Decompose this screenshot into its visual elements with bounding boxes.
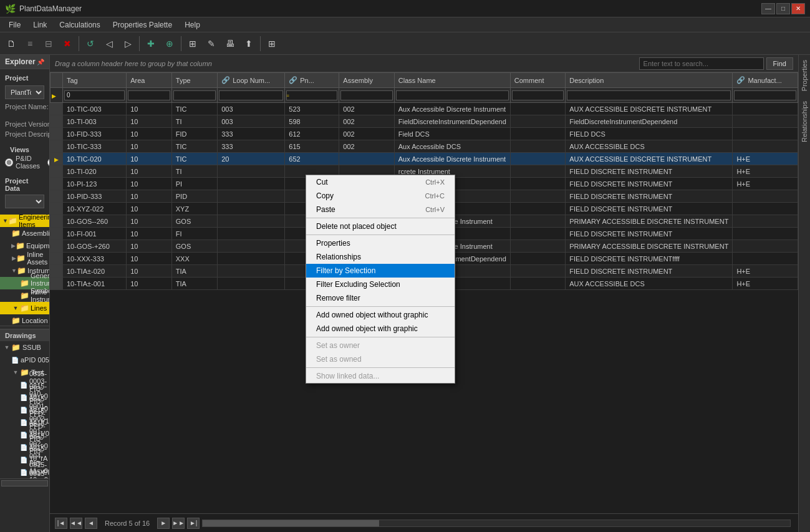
toolbar-close[interactable]: ✖	[59, 35, 76, 52]
cm-relationships[interactable]: Relationships	[306, 250, 455, 264]
cm-filter-by-selection[interactable]: Filter by Selection	[306, 264, 455, 278]
tree-item-inline-instruments[interactable]: 📁 Inline Instruments	[0, 289, 49, 302]
maximize-button[interactable]: □	[776, 3, 790, 14]
tree-item-general-instrument-symbols[interactable]: 📁 General Instrument Symbols	[0, 277, 49, 289]
table-row[interactable]: 10-TIC-003 10 TIC 003 523 002 Aux Access…	[51, 103, 798, 115]
col-header-manufact[interactable]: 🔗 Manufact...	[733, 73, 798, 88]
relationships-tab[interactable]: Relationships	[799, 96, 810, 147]
filter-description[interactable]	[566, 88, 733, 103]
filter-loop-input[interactable]	[219, 90, 283, 100]
toolbar-more[interactable]: ⊞	[263, 35, 281, 52]
toolbar-plus[interactable]: ⊕	[161, 35, 178, 52]
file-icon-d7: 📄	[20, 457, 27, 463]
tree-item-apid005[interactable]: 📄 aPID 005	[0, 354, 49, 366]
tree-item-inline-assets[interactable]: 📁 Inline Assets	[0, 252, 49, 264]
cm-cut[interactable]: Cut Ctrl+X	[306, 175, 455, 189]
tree-item-assemblies[interactable]: 📁 Assemblies	[0, 227, 49, 239]
filter-manufact-input[interactable]	[734, 90, 796, 100]
search-input[interactable]	[639, 57, 764, 70]
toolbar-open[interactable]: ≡	[21, 35, 39, 52]
menu-file[interactable]: File	[2, 19, 27, 31]
filter-pn[interactable]: =	[285, 88, 339, 103]
project-data-select[interactable]	[5, 195, 44, 208]
filter-assembly[interactable]	[339, 88, 394, 103]
project-section-label: Project	[0, 72, 49, 83]
menu-link[interactable]: Link	[27, 19, 53, 31]
col-header-area[interactable]: Area	[127, 73, 172, 88]
filter-type-input[interactable]	[173, 90, 216, 100]
tree-item-location[interactable]: 📁 Location	[0, 314, 49, 326]
nav-prev[interactable]: ◄	[85, 518, 97, 529]
pin-button[interactable]: 📌	[37, 59, 44, 65]
cm-copy-label: Copy	[316, 191, 334, 200]
cm-copy[interactable]: Copy Ctrl+C	[306, 189, 455, 203]
menu-calculations[interactable]: Calculations	[53, 19, 106, 31]
nav-last[interactable]: ►|	[187, 518, 200, 529]
filter-pn-input[interactable]	[286, 90, 337, 100]
col-header-comment[interactable]: Comment	[510, 73, 565, 88]
table-row[interactable]: 10-FID-333 10 FID 333 612 002 Field DCS …	[51, 128, 798, 140]
toolbar-print[interactable]: 🖶	[221, 35, 239, 52]
table-row[interactable]: 10-TIC-333 10 TIC 333 615 002 Aux Access…	[51, 140, 798, 153]
cm-properties[interactable]: Properties	[306, 236, 455, 250]
tree-item-engineering-items[interactable]: 📁 Engineering Items	[0, 215, 49, 227]
radio-pid[interactable]	[5, 158, 13, 167]
tree-item-lines[interactable]: 📁 Lines	[0, 302, 49, 314]
filter-tag-input[interactable]	[64, 90, 125, 100]
cm-filter-excluding[interactable]: Filter Excluding Selection	[306, 278, 455, 291]
toolbar-grid[interactable]: ⊞	[184, 35, 201, 52]
nav-prev-page[interactable]: ◄◄	[70, 518, 82, 529]
nav-first[interactable]: |◄	[55, 518, 67, 529]
properties-tab[interactable]: Properties	[799, 55, 810, 96]
radio-pid-label[interactable]: P&ID Classes	[5, 155, 40, 170]
col-header-classname[interactable]: Class Name	[394, 73, 510, 88]
filter-comment-input[interactable]	[512, 90, 564, 100]
table-row[interactable]: 10-TI-003 10 TI 003 598 002 FieldDiscret…	[51, 115, 798, 128]
cm-remove-filter[interactable]: Remove filter	[306, 291, 455, 305]
filter-manufact[interactable]	[733, 88, 798, 103]
menu-help[interactable]: Help	[178, 19, 206, 31]
tree-item-ssub[interactable]: 📁 SSUB	[0, 341, 49, 354]
grid-scrollbar[interactable]	[202, 520, 791, 527]
cm-add-owned-no-graphic[interactable]: Add owned object without graphic	[306, 308, 455, 322]
cm-add-owned-with-graphic[interactable]: Add owned object with graphic	[306, 322, 455, 336]
apid005-label: aPID 005	[21, 356, 49, 364]
cm-delete[interactable]: Delete not placed object	[306, 220, 455, 233]
filter-tag[interactable]	[63, 88, 127, 103]
find-button[interactable]: Find	[766, 57, 793, 70]
col-header-type[interactable]: Type	[171, 73, 217, 88]
toolbar-edit[interactable]: ✎	[203, 35, 220, 52]
toolbar-import[interactable]: ◁	[100, 35, 118, 52]
col-header-description[interactable]: Description	[566, 73, 733, 88]
col-header-tag[interactable]: Tag	[63, 73, 127, 88]
filter-type[interactable]	[171, 88, 217, 103]
filter-loop[interactable]	[218, 88, 285, 103]
table-row[interactable]: ▶ 10-TIC-020 10 TIC 20 652 Aux Accessibl…	[51, 153, 798, 165]
filter-area-input[interactable]	[128, 90, 170, 100]
filter-assembly-input[interactable]	[340, 90, 392, 100]
toolbar-refresh[interactable]: ↺	[82, 35, 99, 52]
filter-area[interactable]	[127, 88, 172, 103]
col-header-assembly[interactable]: Assembly	[339, 73, 394, 88]
toolbar-new[interactable]: 🗋	[2, 35, 20, 52]
col-header-pn[interactable]: 🔗 Pn...	[285, 73, 339, 88]
nav-next-page[interactable]: ►►	[172, 518, 185, 529]
col-header-loop[interactable]: 🔗 Loop Num...	[218, 73, 285, 88]
project-select[interactable]: PlantTools 2019	[5, 85, 44, 99]
filter-comment[interactable]	[510, 88, 565, 103]
tree-item-equipment[interactable]: 📁 Equipment	[0, 239, 49, 252]
toolbar-add[interactable]: ✚	[142, 35, 160, 52]
file-icon-d8: 📄	[20, 469, 27, 476]
nav-next[interactable]: ►	[157, 518, 170, 529]
menu-properties-palette[interactable]: Properties Palette	[107, 19, 178, 31]
close-button[interactable]: ✕	[791, 3, 805, 14]
toolbar-export2[interactable]: ⬆	[240, 35, 258, 52]
filter-classname[interactable]	[394, 88, 510, 103]
filter-description-input[interactable]	[567, 90, 731, 100]
toolbar-export[interactable]: ▷	[119, 35, 137, 52]
minimize-button[interactable]: —	[761, 3, 775, 14]
toolbar-save[interactable]: ⊟	[40, 35, 57, 52]
filter-classname-input[interactable]	[396, 90, 509, 100]
cm-paste[interactable]: Paste Ctrl+V	[306, 203, 455, 216]
explorer-scrollbar[interactable]	[0, 478, 49, 487]
